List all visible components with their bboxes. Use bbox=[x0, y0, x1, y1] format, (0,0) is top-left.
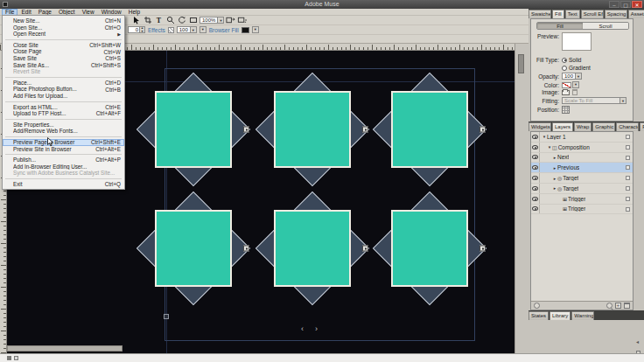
chevron-down-icon[interactable]: ▼ bbox=[575, 73, 581, 79]
widget-square[interactable] bbox=[155, 210, 232, 287]
menu-item[interactable]: Sync with Adobe Business Catalyst Site..… bbox=[3, 170, 124, 177]
layer-select-box[interactable] bbox=[626, 207, 630, 212]
position-grid-icon[interactable] bbox=[562, 106, 570, 114]
arrange-dropdown-icon[interactable]: ▼ bbox=[200, 26, 206, 33]
panel-tab[interactable]: Fill bbox=[552, 10, 564, 18]
vertical-scrollbar-thumb[interactable] bbox=[518, 54, 524, 73]
solid-radio[interactable] bbox=[562, 58, 567, 63]
layer-row[interactable]: ▾ ◫ Composition bbox=[531, 143, 633, 153]
panel-tab[interactable]: Warnings bbox=[571, 311, 594, 320]
menu-item[interactable]: Publish... Ctrl+Alt+P ▶ bbox=[3, 157, 124, 164]
visibility-eye-icon[interactable] bbox=[532, 197, 538, 201]
panel-tab[interactable]: Scroll Eff bbox=[581, 10, 604, 18]
menu-item[interactable]: Export as HTML... Ctrl+E ▶ bbox=[3, 104, 124, 111]
panel-tab[interactable]: Layers bbox=[552, 122, 573, 131]
widget-handle[interactable] bbox=[362, 127, 368, 133]
menu-item[interactable]: Revert Site ▶ bbox=[3, 68, 124, 75]
menu-item[interactable]: Save Site Ctrl+S ▶ bbox=[3, 55, 124, 62]
menu-item[interactable]: Open Recent ▶ bbox=[3, 31, 124, 38]
layer-select-box[interactable] bbox=[626, 165, 630, 170]
panel-tab[interactable]: States bbox=[528, 311, 549, 320]
rotate-tool-icon[interactable] bbox=[177, 16, 186, 24]
fill-color-swatch[interactable] bbox=[242, 27, 249, 33]
menu-item[interactable]: Upload to FTP Host... Ctrl+Alt+F ▶ bbox=[3, 110, 124, 117]
chevron-down-icon[interactable]: ▼ bbox=[217, 17, 223, 23]
visibility-eye-icon[interactable] bbox=[532, 186, 538, 191]
menu-item[interactable]: Place Photoshop Button... Ctrl+B ▶ bbox=[3, 86, 124, 93]
fill-opacity-select[interactable]: 100 ▼ bbox=[562, 73, 582, 80]
widget-square[interactable] bbox=[274, 91, 351, 168]
widget-handle[interactable] bbox=[362, 246, 368, 252]
segment-button[interactable]: Fill bbox=[537, 23, 583, 29]
effects-link[interactable]: Effects bbox=[148, 27, 165, 33]
visibility-eye-icon[interactable] bbox=[532, 165, 538, 170]
menu-item[interactable]: Save Site As... Ctrl+Shift+S ▶ bbox=[3, 62, 124, 69]
fill-color-none-swatch[interactable] bbox=[562, 82, 571, 88]
visibility-eye-icon[interactable] bbox=[532, 206, 538, 211]
layer-select-box[interactable] bbox=[626, 135, 630, 139]
widget-handle[interactable] bbox=[243, 246, 249, 252]
menu-item[interactable]: Open Site... Ctrl+O ▶ bbox=[3, 24, 124, 31]
stepper-arrows-icon[interactable]: ▲▼ bbox=[139, 27, 144, 32]
panel-tab[interactable]: Widgets Lib bbox=[528, 122, 551, 131]
maximize-button[interactable]: ▢ bbox=[620, 1, 631, 8]
selection-tool-icon[interactable] bbox=[131, 16, 141, 24]
menu-item[interactable]: Close Page Ctrl+W ▶ bbox=[3, 48, 124, 55]
layer-select-box[interactable] bbox=[626, 156, 630, 160]
layer-row[interactable]: ▸ Previous bbox=[531, 163, 633, 173]
crop-tool-icon[interactable] bbox=[143, 16, 152, 24]
composition-prev-arrow[interactable]: ‹ bbox=[301, 325, 304, 333]
widget-handle[interactable] bbox=[480, 246, 486, 252]
zoom-level-select[interactable]: 100% ▼ bbox=[200, 17, 224, 24]
text-tool-icon[interactable]: T bbox=[154, 16, 164, 24]
menubar-item[interactable]: Help bbox=[125, 9, 144, 16]
zoom-tool-icon[interactable] bbox=[165, 16, 175, 24]
layer-row[interactable]: ▾ Layer 1 bbox=[531, 132, 633, 143]
menu-item[interactable]: Close Site Ctrl+Shift+W ▶ bbox=[3, 42, 124, 49]
visibility-eye-icon[interactable] bbox=[532, 155, 538, 159]
layer-row[interactable]: ▸ Next bbox=[531, 153, 633, 164]
image-trash-icon[interactable] bbox=[572, 89, 578, 95]
menu-item[interactable]: Preview Page in Browser Ctrl+Shift+E ▶ bbox=[3, 139, 124, 146]
fitting-select[interactable]: Scale To Fill ▼ bbox=[562, 97, 626, 104]
composition-widget[interactable] bbox=[155, 210, 232, 287]
visibility-eye-icon[interactable] bbox=[532, 145, 538, 150]
menu-item[interactable]: Place... Ctrl+D ▶ bbox=[3, 80, 124, 87]
x-position-stepper[interactable]: 0 ▲▼ bbox=[128, 26, 145, 33]
chevron-down-icon[interactable]: ▼ bbox=[572, 81, 579, 88]
browser-fill-link[interactable]: Browser Fill bbox=[209, 27, 239, 33]
preview-mode-icon[interactable] bbox=[237, 16, 247, 24]
layer-row[interactable]: ⊞ Trigger bbox=[531, 194, 633, 205]
layer-row[interactable]: ▸ ◎ Target bbox=[531, 173, 633, 184]
panel-tab[interactable]: Assets bbox=[628, 10, 644, 18]
segment-button[interactable]: Scroll bbox=[583, 23, 628, 29]
menu-item[interactable]: New Site... Ctrl+N ▶ bbox=[3, 17, 124, 24]
composition-next-arrow[interactable]: › bbox=[315, 325, 318, 333]
layer-row[interactable]: ⊞ Trigger bbox=[531, 205, 633, 215]
menu-item[interactable]: Exit Ctrl+Q ▶ bbox=[3, 181, 124, 188]
composition-widget[interactable] bbox=[391, 210, 468, 287]
panel-tab[interactable]: Swatches bbox=[528, 10, 551, 18]
horizontal-scrollbar-thumb[interactable] bbox=[7, 345, 122, 352]
composition-widget[interactable] bbox=[155, 91, 232, 168]
opacity-select[interactable]: 100 ▼ bbox=[177, 26, 197, 33]
panel-tab[interactable]: Text bbox=[565, 10, 580, 18]
menu-item[interactable]: Add In-Browser Editing User... ▶ bbox=[3, 164, 124, 171]
menu-item[interactable]: Add Files for Upload... ▶ bbox=[3, 93, 124, 100]
widget-handle[interactable] bbox=[480, 127, 486, 133]
menu-item[interactable]: Add/Remove Web Fonts... ▶ bbox=[3, 128, 124, 135]
chevron-down-icon[interactable]: ▼ bbox=[190, 27, 196, 32]
panel-tab[interactable]: Spacing bbox=[605, 10, 627, 18]
composition-widget[interactable] bbox=[391, 91, 468, 168]
image-folder-icon[interactable] bbox=[562, 90, 570, 95]
layer-select-box[interactable] bbox=[626, 176, 630, 180]
widget-handle[interactable] bbox=[243, 127, 249, 133]
minimize-button[interactable]: – bbox=[609, 1, 620, 8]
new-layer-icon[interactable] bbox=[615, 303, 621, 309]
page-mode-icon[interactable] bbox=[226, 16, 235, 24]
layer-select-box[interactable] bbox=[626, 197, 630, 201]
composition-widget[interactable] bbox=[274, 210, 351, 287]
widget-square[interactable] bbox=[274, 210, 351, 287]
widget-square[interactable] bbox=[391, 210, 468, 287]
chevron-down-icon[interactable]: ▼ bbox=[252, 26, 259, 33]
